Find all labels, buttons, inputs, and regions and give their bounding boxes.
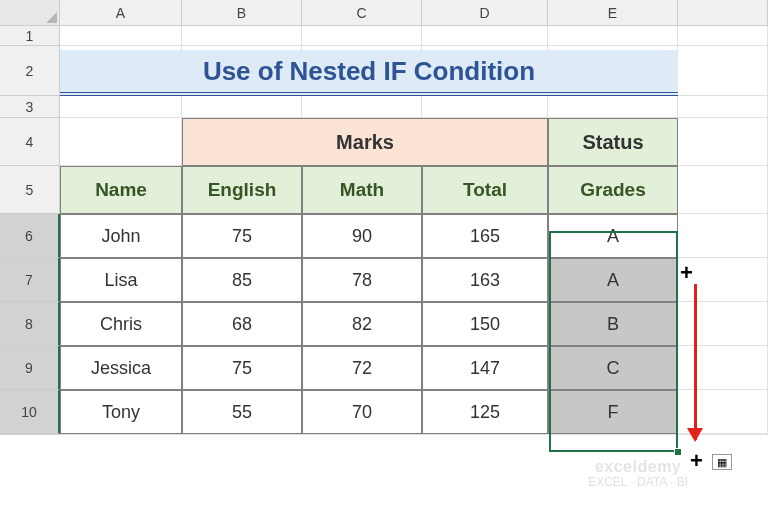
cell-english: 75 (182, 346, 302, 390)
column-header-D[interactable]: D (422, 0, 548, 26)
cell[interactable] (678, 46, 768, 96)
cell-total: 163 (422, 258, 548, 302)
cell[interactable] (548, 26, 678, 46)
drag-arrow (694, 284, 697, 440)
column-header-B[interactable]: B (182, 0, 302, 26)
select-all-triangle[interactable] (0, 0, 60, 26)
cell-name: Lisa (60, 258, 182, 302)
header-marks: Marks (182, 118, 548, 166)
watermark-brand: exceldemy (595, 458, 681, 475)
header-name: Name (60, 166, 182, 214)
cell[interactable] (422, 26, 548, 46)
column-header-A[interactable]: A (60, 0, 182, 26)
cell[interactable] (302, 434, 422, 435)
row-header-2[interactable]: 2 (0, 46, 60, 96)
cell-english: 75 (182, 214, 302, 258)
cell-grade[interactable]: F (548, 390, 678, 434)
cell[interactable] (678, 118, 768, 166)
cell-total: 165 (422, 214, 548, 258)
row-header-8[interactable]: 8 (0, 302, 60, 346)
cell[interactable] (60, 434, 182, 435)
column-header-C[interactable]: C (302, 0, 422, 26)
cell[interactable] (422, 434, 548, 435)
row-header-9[interactable]: 9 (0, 346, 60, 390)
row-header-1[interactable]: 1 (0, 26, 60, 46)
cell-grade[interactable]: C (548, 346, 678, 390)
cell[interactable] (548, 96, 678, 118)
cell[interactable] (678, 26, 768, 46)
cell-grade[interactable]: A (548, 258, 678, 302)
cell[interactable] (302, 96, 422, 118)
cell-math: 82 (302, 302, 422, 346)
cell-math: 78 (302, 258, 422, 302)
cell-english: 68 (182, 302, 302, 346)
header-math: Math (302, 166, 422, 214)
drag-cursor-start: + (680, 260, 693, 286)
fill-handle[interactable] (674, 448, 682, 456)
row-header-10[interactable]: 10 (0, 390, 60, 434)
cell-total: 147 (422, 346, 548, 390)
cell-name: Chris (60, 302, 182, 346)
drag-cursor-end: + (690, 448, 703, 474)
cell[interactable] (182, 96, 302, 118)
cell[interactable] (60, 96, 182, 118)
header-status: Status (548, 118, 678, 166)
row-header-4[interactable]: 4 (0, 118, 60, 166)
cell[interactable] (60, 118, 182, 166)
row-header-blank (0, 434, 60, 435)
column-header-blank (678, 0, 768, 26)
row-header-3[interactable]: 3 (0, 96, 60, 118)
watermark-tagline: EXCEL · DATA · BI (588, 475, 688, 489)
cell-name: Tony (60, 390, 182, 434)
cell-name: John (60, 214, 182, 258)
cell-name: Jessica (60, 346, 182, 390)
cell[interactable] (302, 26, 422, 46)
cell[interactable] (182, 434, 302, 435)
row-header-6[interactable]: 6 (0, 214, 60, 258)
cell[interactable] (422, 96, 548, 118)
header-grades: Grades (548, 166, 678, 214)
watermark: exceldemy EXCEL · DATA · BI (588, 458, 688, 489)
header-total: Total (422, 166, 548, 214)
cell[interactable] (60, 26, 182, 46)
cell[interactable] (678, 96, 768, 118)
cell-grade[interactable]: B (548, 302, 678, 346)
cell-grade[interactable]: A (548, 214, 678, 258)
cell-math: 70 (302, 390, 422, 434)
autofill-options-button[interactable]: ▦ (712, 454, 732, 470)
cell[interactable] (678, 302, 768, 346)
cell[interactable] (548, 434, 678, 435)
cell[interactable] (182, 26, 302, 46)
cell-math: 90 (302, 214, 422, 258)
page-title: Use of Nested IF Condition (60, 50, 678, 96)
cell[interactable] (678, 346, 768, 390)
cell[interactable] (678, 166, 768, 214)
header-english: English (182, 166, 302, 214)
row-header-5[interactable]: 5 (0, 166, 60, 214)
cell-total: 150 (422, 302, 548, 346)
cell-math: 72 (302, 346, 422, 390)
cell[interactable] (678, 214, 768, 258)
row-header-7[interactable]: 7 (0, 258, 60, 302)
cell-english: 85 (182, 258, 302, 302)
cell-total: 125 (422, 390, 548, 434)
column-header-E[interactable]: E (548, 0, 678, 26)
cell-english: 55 (182, 390, 302, 434)
